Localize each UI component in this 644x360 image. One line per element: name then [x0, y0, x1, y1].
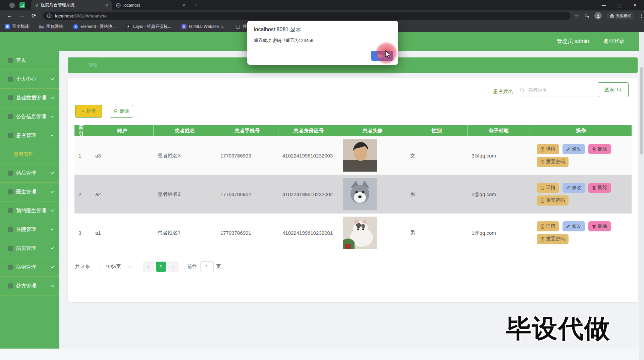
admin-user-label[interactable]: 管理员 admin — [557, 38, 589, 45]
bookmark-layui[interactable]: λLayui - 经典开源模... — [126, 24, 171, 30]
tab-close-icon[interactable]: ✕ — [182, 3, 185, 8]
delete-button[interactable]: 删除 — [588, 221, 611, 231]
ward-icon — [8, 246, 13, 251]
chevron-down-icon — [128, 266, 131, 268]
chevron-down-icon — [50, 266, 54, 268]
pinned-app-icon[interactable] — [19, 2, 25, 8]
next-page-button[interactable]: › — [168, 261, 179, 272]
page-size-select[interactable]: 10条/页 — [101, 261, 135, 272]
profile-avatar[interactable] — [594, 12, 602, 19]
detail-button[interactable]: 详情 — [537, 144, 559, 154]
sidebar-item-personal-center[interactable]: 个人中心 — [0, 70, 59, 89]
scrollbar-thumb[interactable] — [640, 67, 643, 154]
bookmark-baidu-translate[interactable]: 译百度翻译 — [5, 24, 29, 30]
tab-hospital-admin[interactable]: V 医院后台管理系统 ✕ — [31, 0, 112, 10]
sidebar-item-drug-management[interactable]: 药品管理 — [0, 164, 59, 183]
current-page-button[interactable]: 1 — [156, 262, 166, 272]
detail-button[interactable]: 详情 — [537, 221, 559, 231]
bulk-delete-button[interactable]: 删除 — [110, 105, 133, 118]
query-button[interactable]: 查询 — [598, 82, 629, 97]
tab-localhost[interactable]: localhost ✕ — [112, 0, 189, 10]
delete-button[interactable]: 删除 — [588, 183, 611, 193]
logout-link[interactable]: 退出登录 — [603, 38, 625, 45]
bookmark-html5-template[interactable]: 5HTML5 Website T... — [181, 24, 225, 29]
cat-photo[interactable] — [343, 217, 377, 249]
screen: V 医院后台管理系统 ✕ localhost ✕ + — ▢ ✕ ← → ⟳ l… — [0, 0, 644, 360]
browser-address-bar: ← → ⟳ localhost:8081/#/huanzhe ☆ 无痕模式 ⋮ — [0, 10, 644, 21]
password-key-icon[interactable] — [584, 13, 590, 19]
new-tab-button[interactable]: + — [194, 2, 198, 9]
column-header-avatar: 患者头像 — [339, 125, 406, 136]
sidebar-item-announcement[interactable]: 公告信息管理 — [0, 107, 59, 126]
home-icon — [8, 58, 13, 63]
edit-button[interactable]: 修改 — [562, 221, 585, 231]
tab-close-icon[interactable]: ✕ — [105, 3, 108, 8]
sidebar-item-home[interactable]: 首页 — [0, 51, 59, 70]
sidebar-item-appointment-management[interactable]: 预约医生管理 — [0, 201, 59, 220]
chevron-down-icon — [50, 210, 54, 212]
bookmark-icon-site[interactable]: 图标网站 — [39, 24, 63, 30]
incognito-badge: 无痕模式 — [606, 12, 634, 19]
sidebar-item-hospitalization-management[interactable]: 住院管理 — [0, 220, 59, 239]
site-info-icon[interactable] — [47, 13, 52, 18]
edit-button[interactable]: 修改 — [562, 183, 585, 193]
cell-index: 3 — [74, 214, 91, 252]
forward-button[interactable]: → — [19, 12, 25, 19]
cell-email: 3@qq.com — [468, 136, 530, 175]
tab-title: localhost — [123, 3, 179, 8]
cell-avatar — [339, 136, 406, 175]
sidebar-item-ward-management[interactable]: 病房管理 — [0, 239, 59, 258]
incognito-label: 无痕模式 — [616, 13, 631, 18]
user-icon — [8, 77, 13, 82]
reset-password-button[interactable]: 重置密码 — [537, 157, 569, 167]
reload-button[interactable]: ⟳ — [32, 12, 36, 19]
window-close-button[interactable]: ✕ — [633, 3, 637, 8]
browser-menu-icon[interactable]: ⋮ — [639, 13, 644, 19]
add-button[interactable]: +新增 — [75, 105, 102, 118]
search-input[interactable] — [518, 84, 593, 96]
detail-button[interactable]: 详情 — [537, 183, 559, 193]
sidebar-item-basic-data[interactable]: 基础数据管理 — [0, 89, 59, 107]
delete-button[interactable]: 删除 — [588, 144, 611, 154]
previous-page-button[interactable]: ‹ — [143, 261, 154, 272]
incognito-icon — [609, 14, 614, 18]
sidebar-item-prescription-management[interactable]: 处方管理 — [0, 277, 59, 296]
doctor-icon — [8, 189, 13, 194]
cell-email: 2@qq.com — [468, 175, 530, 213]
column-header-account: 账户 — [91, 125, 154, 136]
reset-password-button[interactable]: 重置密码 — [537, 234, 569, 244]
bookmark-star-icon[interactable]: ☆ — [575, 13, 579, 19]
person-icon — [596, 14, 600, 18]
browser-logo-icon[interactable] — [9, 3, 15, 8]
goto-page-input[interactable] — [200, 261, 214, 272]
window-minimize-button[interactable]: — — [602, 3, 606, 8]
back-button[interactable]: ← — [7, 12, 12, 19]
cell-actions: 详情 修改 删除 重置密码 — [530, 214, 632, 252]
chevron-down-icon — [50, 116, 54, 118]
bookmark-element[interactable]: EElement - 网站快... — [73, 24, 116, 30]
url-field[interactable]: localhost:8081/#/huanzhe — [43, 12, 570, 20]
young-man-selfie-photo[interactable] — [343, 139, 377, 172]
column-header-email: 电子邮箱 — [468, 125, 530, 136]
chevron-down-icon — [50, 97, 54, 99]
sidebar-item-case-management[interactable]: 病例管理 — [0, 258, 59, 277]
browser-tab-bar: V 医院后台管理系统 ✕ localhost ✕ + — ▢ ✕ — [0, 0, 644, 10]
cell-gender: 女 — [406, 136, 468, 175]
patients-table: 索引 账户 患者姓名 患者手机号 患者身份证号 患者头像 性别 电子邮箱 操作 … — [74, 125, 632, 252]
appointment-icon — [8, 208, 13, 213]
pencil-icon — [566, 186, 570, 190]
page-scrollbar[interactable] — [639, 32, 644, 360]
husky-dog-photo[interactable] — [343, 178, 377, 210]
sidebar-subitem-patient-management-active[interactable]: 患者管理 — [0, 145, 59, 164]
sidebar-item-doctor-management[interactable]: 医生管理 — [0, 183, 59, 201]
cell-name: 患者姓名3 — [154, 136, 216, 175]
plus-icon: + — [82, 108, 84, 114]
folder-icon — [39, 25, 44, 29]
search-icon — [617, 87, 622, 92]
cell-actions: 详情 修改 删除 重置密码 — [530, 136, 632, 175]
window-maximize-button[interactable]: ▢ — [618, 3, 622, 8]
reset-password-button[interactable]: 重置密码 — [537, 195, 569, 206]
dialog-title: localhost:8081 显示 — [254, 26, 391, 33]
sidebar-item-patient-management[interactable]: 患者管理 — [0, 126, 59, 145]
edit-button[interactable]: 修改 — [562, 144, 585, 154]
